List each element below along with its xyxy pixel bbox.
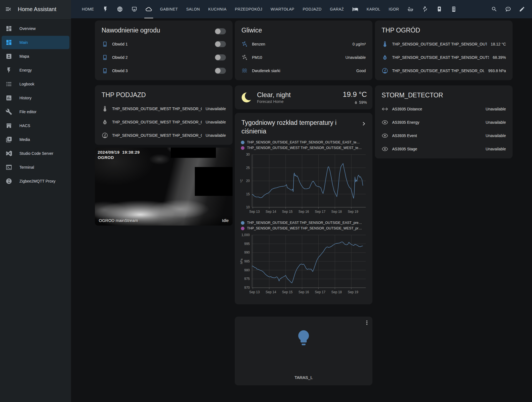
smog-icon xyxy=(241,67,248,74)
tab-globe[interactable] xyxy=(113,0,127,18)
svg-text:985: 985 xyxy=(244,259,250,263)
camera-status: Idle xyxy=(222,218,229,223)
entity-row[interactable]: THP_SENSOR_OUTSIDE_WEST THP_SENSOR_OU…Un… xyxy=(99,129,228,142)
chevron-right-icon[interactable] xyxy=(360,120,367,127)
sidebar-item-media[interactable]: Media xyxy=(2,133,69,146)
svg-text:990: 990 xyxy=(244,251,250,254)
tab-bathtub[interactable] xyxy=(403,0,418,18)
tab-water-heater[interactable] xyxy=(432,0,447,18)
tab-label: SALON xyxy=(186,7,200,11)
bed-icon xyxy=(352,6,358,12)
sidebar-item-label: Media xyxy=(19,137,30,142)
svg-text:Sep 17: Sep 17 xyxy=(315,290,326,294)
search-button[interactable] xyxy=(489,4,500,15)
tab-fridge[interactable] xyxy=(447,0,461,18)
card-weather[interactable]: Clear, night Forecast Home 19.9 °C 59% xyxy=(235,85,372,109)
entity-row[interactable]: THP_SENSOR_OUTSIDE_WEST THP_SENSOR_OU…Un… xyxy=(99,115,228,129)
lightbulb-icon[interactable] xyxy=(294,329,313,347)
entity-row[interactable]: AS3935 StageUnavailable xyxy=(379,142,508,156)
entity-row[interactable]: THP_SENSOR_OUTSIDE_EAST THP_SENSOR_OUTSI… xyxy=(379,51,508,64)
sidebar-item-hacs[interactable]: HACS xyxy=(2,119,69,132)
tab-computer[interactable] xyxy=(127,0,142,18)
tab-salon[interactable]: SALON xyxy=(182,0,204,18)
svg-text:hPa: hPa xyxy=(240,258,243,264)
entity-name: THP_SENSOR_OUTSIDE_EAST THP_SENSOR_OUTS… xyxy=(392,69,484,73)
toggle-switch[interactable] xyxy=(215,41,226,47)
sidebar-item-energy[interactable]: Energy xyxy=(2,64,69,77)
tab-flash[interactable] xyxy=(98,0,113,18)
toggle-switch[interactable] xyxy=(215,54,226,60)
entity-row[interactable]: Obwód 3 xyxy=(99,64,228,77)
tab-bed[interactable] xyxy=(348,0,362,18)
svg-text:15: 15 xyxy=(246,192,250,196)
sidebar-item-history[interactable]: History xyxy=(2,91,69,105)
valve-icon xyxy=(102,67,108,74)
sidebar-item-file-editor[interactable]: File editor xyxy=(2,105,69,118)
entity-row[interactable]: Obwód 1 xyxy=(99,37,228,51)
eye-icon xyxy=(382,119,388,126)
entity-name: PM10 xyxy=(252,55,342,60)
entity-row[interactable]: THP_SENSOR_OUTSIDE_EAST THP_SENSOR_OUTSI… xyxy=(379,37,508,51)
toggle-thumb xyxy=(215,41,221,47)
toggle-switch[interactable] xyxy=(215,68,226,74)
legend-item[interactable]: THP_SENSOR_OUTSIDE_EAST THP_SENSOR_OUTSI… xyxy=(241,220,366,226)
tab-igor[interactable]: IGOR xyxy=(384,0,403,18)
assist-button[interactable] xyxy=(503,4,514,15)
sidebar-item-logbook[interactable]: Logbook xyxy=(2,77,69,91)
hacs-icon xyxy=(6,122,12,129)
sidebar-item-terminal[interactable]: Terminal xyxy=(2,161,69,174)
legend-item[interactable]: THP_SENSOR_OUTSIDE_EAST THP_SENSOR_OUTSI… xyxy=(241,140,366,145)
chart-card-title: Tygodniowy rozkład temperatury i ciśnien… xyxy=(241,118,358,136)
svg-text:Sep 15: Sep 15 xyxy=(282,290,293,294)
entity-row[interactable]: AS3935 EnergyUnavailable xyxy=(379,116,508,129)
edit-button[interactable] xyxy=(516,4,528,15)
sidebar-item-studio-code-server[interactable]: Studio Code Server xyxy=(2,147,69,160)
sidebar-item-main[interactable]: Main xyxy=(2,36,69,49)
menu-open-icon[interactable] xyxy=(5,6,12,12)
card-camera[interactable]: 2024/09/19 19:38:29 OGROD OGROD mainStre… xyxy=(95,148,233,226)
flash-icon xyxy=(6,67,12,74)
entity-row[interactable]: AS3935 EventUnavailable xyxy=(379,129,508,142)
entity-row[interactable]: Obwód 2 xyxy=(99,51,228,64)
tab-podjazd[interactable]: PODJAZD xyxy=(299,0,326,18)
tab-toilet[interactable] xyxy=(418,0,432,18)
card-air-quality: Gliwice Benzen0 µg/m³PM10UnavailableDwut… xyxy=(235,21,372,80)
svg-text:Sep 19: Sep 19 xyxy=(348,290,358,294)
tab-wiarto-ap[interactable]: WIARTOŁAP xyxy=(266,0,299,18)
card-storm-detector: STORM_DETECTOR AS3935 DistanceUnavailabl… xyxy=(375,85,513,158)
tab-gara[interactable]: GARAŻ xyxy=(326,0,348,18)
toggle-thumb xyxy=(215,68,221,74)
entity-row[interactable]: Benzen0 µg/m³ xyxy=(239,37,368,51)
entity-row[interactable]: THP_SENSOR_OUTSIDE_WEST THP_SENSOR_OU…Un… xyxy=(99,102,228,115)
tab-cloud[interactable] xyxy=(142,0,156,18)
dots-vertical-icon[interactable] xyxy=(364,319,370,326)
entity-state: Unavailable xyxy=(486,107,506,111)
logbook-icon xyxy=(6,81,12,87)
entity-row[interactable]: THP_SENSOR_OUTSIDE_EAST THP_SENSOR_OUTS…… xyxy=(379,64,508,77)
weather-humidity: 59% xyxy=(359,100,367,105)
entity-state: Unavailable xyxy=(206,133,226,138)
view-dashboard-icon xyxy=(6,25,12,32)
tab-kuchnia[interactable]: KUCHNIA xyxy=(204,0,231,18)
tab-label: GABINET xyxy=(160,7,178,11)
gauge-icon xyxy=(102,132,108,139)
tab-gabinet[interactable]: GABINET xyxy=(156,0,182,18)
tab-home[interactable]: HOME xyxy=(78,0,98,18)
card-title: THP PODJAZD xyxy=(102,91,226,99)
entity-row[interactable]: PM10Unavailable xyxy=(239,51,368,64)
entity-state: Unavailable xyxy=(486,147,506,151)
entity-rows: THP_SENSOR_OUTSIDE_WEST THP_SENSOR_OU…Un… xyxy=(99,102,228,142)
entity-row[interactable]: Dwutlenek siarkiGood xyxy=(239,64,368,77)
sidebar-item-overview[interactable]: Overview xyxy=(2,22,69,35)
computer-icon xyxy=(131,6,137,12)
entity-row[interactable]: AS3935 DistanceUnavailable xyxy=(379,102,508,116)
sidebar-item-mapa[interactable]: Mapa xyxy=(2,50,69,63)
weather-temperature: 19.9 °C xyxy=(343,90,367,99)
tab-przedpok-j[interactable]: PRZEDPOKÓJ xyxy=(231,0,266,18)
tab-karol[interactable]: KAROL xyxy=(362,0,384,18)
legend-item[interactable]: THP_SENSOR_OUTSIDE_WEST THP_SENSOR_OUTSI… xyxy=(241,145,366,151)
sidebar-item-zigbee2mqtt-proxy[interactable]: Zigbee2MQTT Proxy xyxy=(2,175,69,188)
legend-item[interactable]: THP_SENSOR_OUTSIDE_WEST THP_SENSOR_OUTSI… xyxy=(241,226,366,231)
irrigation-master-toggle[interactable] xyxy=(215,28,226,34)
tab-label: WIARTOŁAP xyxy=(271,7,294,11)
